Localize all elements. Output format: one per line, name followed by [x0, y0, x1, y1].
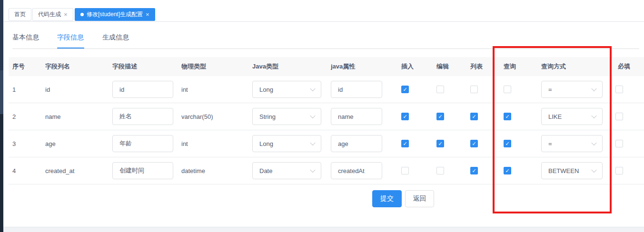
- chevron-down-icon: [591, 140, 596, 145]
- chevron-down-icon: [591, 86, 596, 91]
- chevron-down-icon: [310, 113, 315, 118]
- chevron-down-icon: [591, 167, 596, 173]
- sidebar-edge: [0, 0, 3, 232]
- row-column-name: name: [45, 113, 61, 120]
- query-mode-select[interactable]: LIKE: [541, 108, 603, 125]
- java-type-select[interactable]: Long: [252, 81, 321, 98]
- header-query: 查询: [504, 62, 516, 71]
- java-prop-input[interactable]: [331, 81, 382, 98]
- query-mode-select[interactable]: =: [541, 81, 603, 98]
- tag-label: 修改[student]生成配置: [87, 10, 143, 19]
- field-desc-input[interactable]: [112, 135, 173, 152]
- edit-checkbox[interactable]: [436, 167, 444, 174]
- field-desc-input[interactable]: [112, 162, 173, 179]
- back-button[interactable]: 返回: [405, 190, 434, 207]
- table-row: 2 name varchar(50) String LIKE: [9, 103, 644, 130]
- required-checkbox[interactable]: [615, 113, 623, 120]
- java-type-select[interactable]: Date: [252, 162, 321, 179]
- query-checkbox[interactable]: [504, 167, 511, 174]
- header-physical-type: 物理类型: [181, 62, 206, 71]
- query-mode-value: BETWEEN: [548, 167, 579, 174]
- row-seq: 2: [12, 113, 16, 120]
- table-row: 4 created_at datetime Date BETWEEN: [9, 157, 644, 184]
- table-header: 序号 字段列名 字段描述 物理类型 Java类型 java属性 插入 编辑 列表…: [9, 57, 644, 76]
- java-prop-input[interactable]: [331, 108, 382, 125]
- chevron-down-icon: [310, 167, 315, 173]
- field-desc-input[interactable]: [112, 81, 173, 98]
- table-row: 3 age int Long =: [9, 130, 644, 157]
- chevron-down-icon: [310, 140, 315, 145]
- query-mode-select[interactable]: =: [541, 135, 603, 152]
- header-field-desc: 字段描述: [112, 62, 173, 71]
- query-mode-value: LIKE: [548, 113, 562, 120]
- list-checkbox[interactable]: [470, 113, 478, 120]
- header-list: 列表: [470, 62, 483, 71]
- tag-code-generation[interactable]: 代码生成 ×: [32, 8, 73, 21]
- row-seq: 4: [12, 167, 16, 174]
- list-checkbox[interactable]: [470, 167, 478, 174]
- query-checkbox[interactable]: [504, 86, 511, 93]
- tag-home[interactable]: 首页: [9, 8, 31, 21]
- row-physical-type: varchar(50): [181, 113, 213, 120]
- list-checkbox[interactable]: [470, 140, 478, 147]
- sidebar-scrollbar-thumb[interactable]: [0, 70, 3, 114]
- tab-field-info[interactable]: 字段信息: [57, 33, 84, 47]
- insert-checkbox[interactable]: [401, 86, 409, 93]
- active-dot-icon: [80, 13, 84, 16]
- table-row: 1 id int Long =: [9, 76, 644, 103]
- list-checkbox[interactable]: [470, 86, 478, 93]
- tag-label: 代码生成: [38, 10, 61, 19]
- tab-generation-info[interactable]: 生成信息: [102, 33, 129, 47]
- header-seq: 序号: [12, 62, 25, 71]
- header-column-name: 字段列名: [45, 62, 70, 71]
- submit-button[interactable]: 提交: [372, 190, 402, 207]
- query-checkbox[interactable]: [504, 113, 511, 120]
- tag-modify-student-config[interactable]: 修改[student]生成配置 ×: [75, 8, 155, 21]
- insert-checkbox[interactable]: [401, 140, 409, 147]
- tab-basic-info[interactable]: 基本信息: [12, 33, 39, 47]
- header-query-mode: 查询方式: [541, 62, 603, 71]
- query-mode-value: =: [548, 86, 552, 93]
- edit-checkbox[interactable]: [436, 113, 444, 120]
- java-prop-input[interactable]: [331, 162, 382, 179]
- java-type-select[interactable]: Long: [252, 135, 321, 152]
- required-checkbox[interactable]: [615, 167, 623, 174]
- close-icon[interactable]: ×: [146, 11, 149, 18]
- field-desc-input[interactable]: [112, 108, 173, 125]
- config-tabs: 基本信息 字段信息 生成信息: [3, 22, 644, 49]
- close-icon[interactable]: ×: [64, 11, 68, 18]
- edit-checkbox[interactable]: [436, 140, 444, 147]
- row-column-name: created_at: [45, 167, 74, 174]
- tags-nav-bar: 首页 代码生成 × 修改[student]生成配置 ×: [3, 0, 644, 22]
- query-mode-value: =: [548, 140, 552, 147]
- java-type-value: String: [259, 113, 276, 120]
- row-seq: 3: [12, 140, 16, 147]
- query-checkbox[interactable]: [504, 140, 511, 147]
- row-physical-type: datetime: [181, 167, 205, 174]
- header-java-prop: java属性: [331, 62, 382, 71]
- row-physical-type: int: [181, 86, 188, 93]
- chevron-down-icon: [591, 113, 596, 118]
- header-required: 必填: [618, 62, 630, 71]
- edit-checkbox[interactable]: [436, 86, 444, 93]
- sidebar-edge-bottom: [0, 114, 3, 232]
- row-seq: 1: [12, 86, 16, 93]
- insert-checkbox[interactable]: [401, 167, 409, 174]
- java-type-select[interactable]: String: [252, 108, 321, 125]
- required-checkbox[interactable]: [615, 86, 623, 93]
- chevron-down-icon: [310, 86, 315, 91]
- row-column-name: age: [45, 140, 56, 147]
- java-prop-input[interactable]: [331, 135, 382, 152]
- page-bottom-strip: [3, 227, 644, 232]
- query-mode-select[interactable]: BETWEEN: [541, 162, 603, 179]
- required-checkbox[interactable]: [615, 140, 623, 147]
- header-java-type: Java类型: [252, 62, 321, 71]
- header-edit: 编辑: [436, 62, 449, 71]
- sidebar-edge-top: [0, 0, 3, 70]
- java-type-value: Date: [259, 167, 272, 174]
- java-type-value: Long: [259, 140, 273, 147]
- insert-checkbox[interactable]: [401, 113, 409, 120]
- header-insert: 插入: [401, 62, 414, 71]
- row-column-name: id: [45, 86, 50, 93]
- java-type-value: Long: [259, 86, 273, 93]
